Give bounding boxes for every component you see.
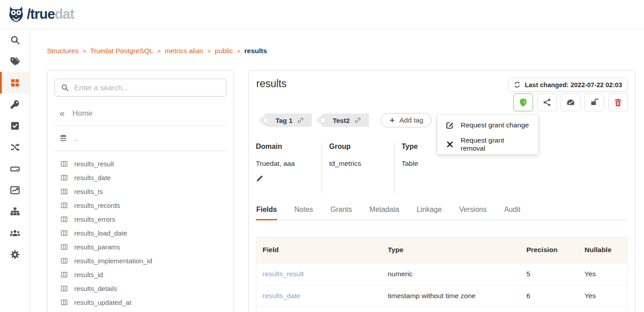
field-label: results_records <box>74 202 120 209</box>
unlock-icon <box>590 98 599 107</box>
detail-header: results Last changed: 2022-07-22 02:03 <box>256 71 628 92</box>
field-list-item[interactable]: results_details <box>47 282 233 295</box>
database-icon <box>59 134 68 143</box>
domain-value: Truedat, aaa <box>256 160 308 168</box>
field-type: numeric <box>381 263 520 285</box>
search-box <box>55 79 226 97</box>
tab-metadata[interactable]: Metadata <box>369 203 400 220</box>
field-list-item[interactable]: results_params <box>47 240 233 254</box>
field-label: results_details <box>74 285 117 292</box>
columns-icon <box>60 285 68 292</box>
tag-chip[interactable]: Tag 1 <box>259 114 312 127</box>
field-link[interactable]: results_date <box>263 292 300 299</box>
search-input[interactable] <box>74 84 220 92</box>
field-list-item[interactable]: results_id <box>47 268 233 282</box>
tab-versions[interactable]: Versions <box>459 203 487 220</box>
divider <box>55 126 226 126</box>
tab-fields[interactable]: Fields <box>256 203 277 220</box>
owl-logo-icon <box>7 5 25 23</box>
link-icon <box>354 117 361 124</box>
breadcrumb-link-schema[interactable]: public <box>215 47 233 55</box>
field-list-item[interactable]: results_date <box>47 171 233 185</box>
shield-icon <box>519 98 528 107</box>
truedat-logo[interactable]: /truedat <box>7 5 74 23</box>
sidebar-item-quality[interactable] <box>0 115 30 136</box>
sidebar-item-permissions[interactable] <box>0 93 30 115</box>
panels: « Home .. results_result results_date re… <box>47 70 636 312</box>
breadcrumb-link-structures[interactable]: Structures <box>47 47 79 55</box>
home-nav-item[interactable]: « Home <box>47 105 233 123</box>
menu-item-request-grant-change[interactable]: Request grant change <box>437 115 538 135</box>
search-icon <box>61 84 69 92</box>
field-label: results_load_date <box>74 229 127 237</box>
confidential-button[interactable] <box>585 93 604 111</box>
tab-linkage[interactable]: Linkage <box>416 203 442 220</box>
field-precision: 5 <box>520 263 578 285</box>
breadcrumb-current: results <box>244 47 267 55</box>
tab-notes[interactable]: Notes <box>294 203 314 220</box>
domain-label: Domain <box>256 143 308 151</box>
tab-grants[interactable]: Grants <box>330 203 352 220</box>
last-changed-label: Last changed: 2022-07-22 02:03 <box>525 81 622 89</box>
column-header-nullable: Nullable <box>578 237 627 263</box>
sidebar-item-lineage[interactable] <box>0 136 30 158</box>
delete-button[interactable] <box>608 93 628 111</box>
fields-table: Field Type Precision Nullable results_re… <box>256 237 628 312</box>
type-column: Type Table <box>394 143 432 194</box>
tag-label: Test2 <box>333 117 350 124</box>
field-list-item[interactable]: results_records <box>47 198 233 212</box>
field-list-item[interactable]: results_load_date <box>47 226 233 240</box>
add-tag-label: Add tag <box>399 116 423 124</box>
tag-label: Tag 1 <box>275 117 292 124</box>
profiling-button[interactable] <box>561 93 580 111</box>
menu-item-label: Request grant removal <box>461 136 530 152</box>
table-header-row: Field Type Precision Nullable <box>256 237 627 263</box>
sidebar-item-domains[interactable] <box>0 201 30 222</box>
share-button[interactable] <box>537 93 557 111</box>
field-link[interactable]: results_result <box>263 270 304 278</box>
edit-domain-button[interactable] <box>256 174 265 182</box>
add-tag-button[interactable]: Add tag <box>381 113 432 127</box>
trash-icon <box>614 98 623 107</box>
columns-icon <box>60 174 68 181</box>
sidebar-item-dashboards[interactable] <box>0 179 30 201</box>
sidebar-item-settings[interactable] <box>0 244 30 265</box>
tag-chip[interactable]: Test2 <box>316 114 369 127</box>
field-list-item[interactable]: results_updated_at <box>47 295 233 309</box>
sidebar-item-search[interactable] <box>0 29 30 51</box>
column-header-precision: Precision <box>520 237 578 263</box>
field-list-item[interactable]: results_result <box>47 157 233 171</box>
field-list-item[interactable]: results_errors <box>47 212 233 226</box>
chevron-double-left-icon: « <box>59 108 65 118</box>
check-square-icon <box>10 121 20 131</box>
breadcrumb-link-group[interactable]: metrics alias <box>165 47 203 55</box>
field-label: results_ts <box>74 188 103 195</box>
pencil-icon <box>256 174 264 182</box>
sidebar-item-structures[interactable] <box>0 72 30 93</box>
grant-request-button[interactable] <box>513 93 533 111</box>
icon-sidebar <box>0 29 30 312</box>
divider <box>55 151 226 151</box>
sidebar-item-users[interactable] <box>0 222 30 244</box>
action-buttons <box>513 93 628 111</box>
parent-folder-item[interactable]: .. <box>47 128 233 148</box>
columns-icon <box>60 188 68 195</box>
sidebar-item-tags[interactable] <box>0 51 30 72</box>
page-title: results <box>256 78 287 90</box>
group-value: td_metrics <box>329 160 381 168</box>
field-list-item[interactable]: results_ts <box>47 185 233 198</box>
sidebar-item-sources[interactable] <box>0 158 30 179</box>
shuffle-icon <box>10 142 20 152</box>
tab-audit[interactable]: Audit <box>504 203 521 220</box>
menu-item-request-grant-removal[interactable]: Request grant removal <box>437 135 538 154</box>
field-precision: 6 <box>520 285 578 307</box>
breadcrumb: Structures>Truedat PostgreSQL>metrics al… <box>47 47 267 55</box>
breadcrumb-link-system[interactable]: Truedat PostgreSQL <box>90 47 153 55</box>
last-changed-button[interactable]: Last changed: 2022-07-22 02:03 <box>508 78 628 92</box>
group-column: Group td_metrics <box>322 143 394 194</box>
columns-icon <box>60 202 68 209</box>
chart-line-icon <box>10 185 20 195</box>
column-header-type: Type <box>381 237 520 263</box>
search-icon <box>10 35 20 45</box>
field-list-item[interactable]: results_implementation_id <box>47 254 233 268</box>
